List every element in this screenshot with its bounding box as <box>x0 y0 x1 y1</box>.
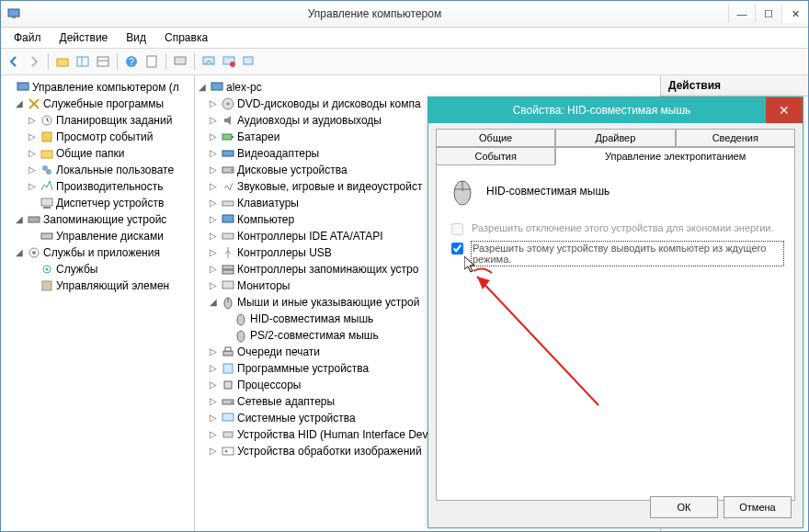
folder-icon[interactable] <box>53 52 72 71</box>
menu-action[interactable]: Действие <box>51 29 118 46</box>
svg-rect-38 <box>222 201 234 206</box>
tree-label: Клавиатуры <box>237 195 299 211</box>
tree-item[interactable]: Службы <box>1 261 194 277</box>
svg-point-26 <box>32 251 36 255</box>
device-icon <box>221 163 235 177</box>
svg-rect-5 <box>97 57 108 66</box>
dialog-body: Общие Драйвер Сведения События Управлени… <box>428 123 803 527</box>
svg-point-53 <box>231 402 233 403</box>
scan-icon[interactable] <box>199 52 218 71</box>
tree-storage[interactable]: ◢Запоминающие устройс <box>1 211 194 228</box>
device-icon <box>221 444 235 458</box>
svg-rect-18 <box>41 151 52 158</box>
minimize-button[interactable]: — <box>728 5 755 23</box>
tree-label: Диспетчер устройств <box>56 195 164 211</box>
svg-point-37 <box>231 169 233 171</box>
tree-item[interactable]: ▷Производительность <box>1 178 194 195</box>
cancel-button[interactable]: Отмена <box>724 496 792 518</box>
device-icon <box>221 212 235 227</box>
find-icon[interactable] <box>240 52 258 71</box>
device-icon <box>221 113 235 128</box>
device-icon <box>221 361 235 376</box>
tree-label: Аудиовходы и аудиовыходы <box>237 112 382 129</box>
svg-rect-21 <box>41 198 52 206</box>
tree-label: Службы и приложения <box>43 244 160 261</box>
svg-rect-39 <box>222 215 234 222</box>
device-icon <box>221 229 235 243</box>
menu-file[interactable]: Файл <box>5 29 51 46</box>
event-icon <box>40 130 54 144</box>
maximize-button[interactable]: ☐ <box>755 5 781 23</box>
tab-details[interactable]: Сведения <box>676 129 795 147</box>
monitor-icon[interactable] <box>171 52 189 71</box>
forward-icon[interactable] <box>25 52 43 71</box>
svg-rect-30 <box>211 83 222 90</box>
back-icon[interactable] <box>5 52 23 71</box>
device-icon <box>221 146 235 161</box>
svg-rect-22 <box>43 207 51 209</box>
tree-item[interactable]: Управляющий элемен <box>1 277 194 294</box>
tree-label: Дисковые устройства <box>237 162 348 178</box>
tab-power[interactable]: Управление электропитанием <box>555 147 795 165</box>
menu-help[interactable]: Справка <box>155 29 217 46</box>
device-icon <box>221 179 235 194</box>
tree-root[interactable]: Управление компьютером (л <box>1 79 194 96</box>
tree-services[interactable]: ◢Службы и приложения <box>1 244 194 261</box>
svg-rect-42 <box>222 270 234 274</box>
menubar: Файл Действие Вид Справка <box>1 28 808 49</box>
device-name: HID-совместимая мышь <box>486 185 610 198</box>
allow-wake-checkbox[interactable] <box>451 243 463 255</box>
allow-wake-label[interactable]: Разрешить этому устройству выводить комп… <box>472 242 783 266</box>
svg-rect-23 <box>28 217 40 222</box>
svg-rect-10 <box>175 57 186 64</box>
svg-point-32 <box>227 103 230 106</box>
app-icon <box>6 6 21 21</box>
menu-view[interactable]: Вид <box>117 29 155 46</box>
tab-events[interactable]: События <box>436 147 555 165</box>
services-icon <box>27 245 41 260</box>
tab-general[interactable]: Общие <box>436 129 555 147</box>
device-icon <box>221 345 235 359</box>
prop-icon[interactable] <box>142 52 161 71</box>
ok-button[interactable]: ОК <box>650 496 718 518</box>
clock-icon <box>40 113 54 128</box>
svg-text:?: ? <box>129 57 134 67</box>
tree-item[interactable]: Управление дисками <box>1 228 194 244</box>
tree-systools[interactable]: ◢Служебные программы <box>1 96 194 112</box>
list-icon[interactable] <box>94 52 112 71</box>
nav-tree[interactable]: Управление компьютером (л ◢Служебные про… <box>1 75 194 298</box>
device-icon <box>221 130 235 144</box>
tree-label: Мониторы <box>237 277 290 294</box>
tree-item[interactable]: ▷Локальные пользовате <box>1 162 194 178</box>
allow-turnoff-checkbox <box>451 223 463 235</box>
svg-point-13 <box>230 62 235 67</box>
svg-rect-50 <box>223 364 233 373</box>
mouse-icon <box>234 328 248 343</box>
tree-item[interactable]: ▷Планировщик заданий <box>1 112 194 129</box>
svg-rect-49 <box>225 347 231 351</box>
close-button[interactable]: ✕ <box>781 5 808 23</box>
tree-item[interactable]: ▷Общие папки <box>1 145 194 162</box>
svg-point-57 <box>225 450 228 453</box>
tree-item[interactable]: ▷Просмотр событий <box>1 129 194 145</box>
window-controls: — ☐ ✕ <box>728 5 808 23</box>
tools-icon <box>27 96 41 111</box>
tree-devmgr[interactable]: Диспетчер устройств <box>1 195 194 211</box>
tree-label: Сетевые адаптеры <box>237 393 335 410</box>
tab-driver[interactable]: Драйвер <box>555 129 675 147</box>
tree-root-pc[interactable]: ◢alex-pc <box>195 79 660 96</box>
tree-label: Контроллеры запоминающих устро <box>237 261 418 277</box>
dialog-buttons: ОК Отмена <box>650 496 792 518</box>
refresh-icon[interactable] <box>220 52 238 71</box>
dialog-close-button[interactable]: ✕ <box>766 97 803 123</box>
help-icon[interactable]: ? <box>122 52 141 71</box>
svg-rect-1 <box>12 17 16 18</box>
svg-rect-34 <box>232 136 234 138</box>
tree-label: Просмотр событий <box>56 129 153 145</box>
actions-header: Действия <box>661 75 808 96</box>
panel-icon[interactable] <box>74 52 92 71</box>
tree-label: Локальные пользовате <box>56 162 174 178</box>
tree-label: Компьютер <box>237 211 294 228</box>
tree-label: Контроллеры USB <box>237 244 332 261</box>
gear-icon <box>40 262 54 277</box>
